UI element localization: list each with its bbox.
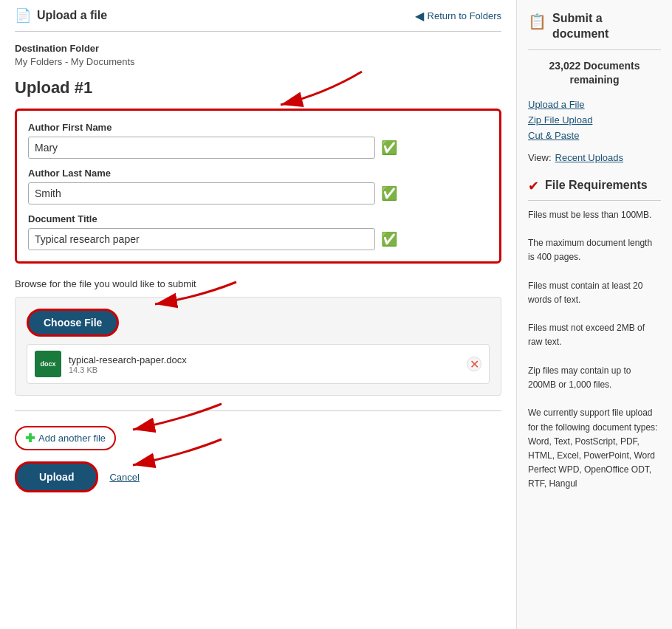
author-last-name-group: Author Last Name ✅ (28, 168, 488, 204)
req-item-4: Zip files may contain up to 200MB or 1,0… (528, 364, 661, 392)
cancel-link[interactable]: Cancel (109, 472, 139, 483)
sidebar-submit-header: 📋 Submit a document (528, 11, 661, 50)
view-label: View: (528, 152, 552, 163)
browse-label: Browse for the file you would like to su… (15, 278, 501, 289)
requirements-section: ✔ File Requirements Files must be less t… (528, 178, 661, 492)
upload-button[interactable]: Upload (15, 461, 98, 492)
section-divider (15, 410, 501, 411)
req-header: ✔ File Requirements (528, 178, 661, 201)
document-icon: 📄 (15, 7, 31, 24)
file-remove-button[interactable]: ✕ (467, 357, 481, 371)
add-file-label: Add another file (38, 433, 106, 444)
author-first-name-row: ✅ (28, 137, 488, 159)
submit-section: 📋 Submit a document 23,022 Documents rem… (528, 11, 661, 163)
docs-remaining: 23,022 Documents remaining (528, 59, 661, 88)
destination-path: My Folders - My Documents (15, 56, 501, 67)
sidebar-view-row: View: Recent Uploads (528, 152, 661, 163)
author-last-name-row: ✅ (28, 182, 488, 204)
author-first-name-label: Author First Name (28, 122, 488, 133)
req-item-0: Files must be less than 100MB. (528, 208, 661, 222)
page-title: Upload a file (37, 9, 107, 22)
sidebar-submit-title: Submit a document (552, 11, 661, 42)
page-header-left: 📄 Upload a file (15, 7, 107, 24)
page-header: 📄 Upload a file ◀ Return to Folders (15, 7, 501, 32)
return-arrow-icon: ◀ (415, 9, 424, 23)
req-item-1: The maximum document length is 400 pages… (528, 236, 661, 264)
return-link-label: Return to Folders (428, 10, 501, 21)
recent-uploads-link[interactable]: Recent Uploads (555, 152, 624, 163)
author-first-name-group: Author First Name ✅ (28, 122, 488, 159)
upload-file-link[interactable]: Upload a File (528, 99, 661, 110)
file-type-icon: docx (35, 351, 61, 377)
zip-upload-link[interactable]: Zip File Upload (528, 114, 661, 126)
req-text: Files must be less than 100MB. The maxim… (528, 208, 661, 492)
req-item-5: We currently support file upload for the… (528, 406, 661, 491)
file-upload-area: Choose File docx typical-research-paper.… (15, 297, 501, 396)
last-name-check-icon: ✅ (381, 185, 397, 202)
document-title-group: Document Title ✅ (28, 213, 488, 250)
file-item: docx typical-research-paper.docx 14.3 KB… (27, 344, 490, 384)
author-last-name-label: Author Last Name (28, 168, 488, 179)
destination-section: Destination Folder My Folders - My Docum… (15, 43, 501, 67)
upload-heading: Upload #1 (15, 78, 501, 97)
file-details: typical-research-paper.docx 14.3 KB (69, 354, 459, 374)
sidebar-links: Upload a File Zip File Upload Cut & Past… (528, 99, 661, 141)
add-another-file-link[interactable]: ✚ Add another file (15, 426, 116, 450)
document-title-row: ✅ (28, 228, 488, 250)
author-last-name-input[interactable] (28, 182, 375, 204)
sidebar: 📋 Submit a document 23,022 Documents rem… (517, 0, 672, 629)
form-section: Author First Name ✅ Author Last Name ✅ (15, 109, 501, 264)
return-to-folders-link[interactable]: ◀ Return to Folders (415, 9, 501, 23)
action-row: Upload Cancel (15, 461, 501, 492)
document-title-input[interactable] (28, 228, 375, 250)
req-item-2: Files must contain at least 20 words of … (528, 279, 661, 307)
add-icon: ✚ (25, 431, 35, 445)
destination-label: Destination Folder (15, 43, 501, 54)
cut-paste-link[interactable]: Cut & Paste (528, 130, 661, 141)
req-item-3: Files must not exceed 2MB of raw text. (528, 321, 661, 349)
author-first-name-input[interactable] (28, 137, 375, 159)
req-checkmark-icon: ✔ (528, 178, 539, 194)
submit-icon: 📋 (528, 13, 546, 30)
choose-file-button[interactable]: Choose File (27, 309, 119, 337)
first-name-check-icon: ✅ (381, 140, 397, 156)
document-title-label: Document Title (28, 213, 488, 224)
choose-file-row: Choose File (27, 309, 490, 337)
file-size: 14.3 KB (69, 365, 459, 374)
req-title: File Requirements (545, 178, 648, 193)
document-title-check-icon: ✅ (381, 231, 397, 247)
file-name: typical-research-paper.docx (69, 354, 459, 365)
